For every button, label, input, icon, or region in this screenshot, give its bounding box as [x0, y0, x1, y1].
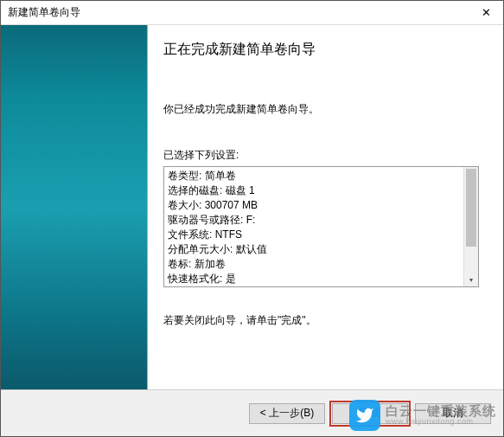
settings-list: 卷类型: 简单卷 选择的磁盘: 磁盘 1 卷大小: 300707 MB 驱动器号… — [164, 167, 463, 286]
wizard-sidebar-image — [1, 25, 148, 389]
list-item: 卷类型: 简单卷 — [168, 169, 460, 183]
window-title: 新建简单卷向导 — [8, 5, 469, 20]
page-heading: 正在完成新建简单卷向导 — [163, 41, 479, 59]
settings-listbox[interactable]: 卷类型: 简单卷 选择的磁盘: 磁盘 1 卷大小: 300707 MB 驱动器号… — [163, 166, 479, 287]
close-button[interactable]: ✕ — [469, 1, 503, 25]
list-item: 选择的磁盘: 磁盘 1 — [168, 183, 460, 198]
close-icon: ✕ — [482, 6, 491, 19]
list-item: 卷大小: 300707 MB — [168, 198, 460, 213]
scrollbar[interactable]: ▾ — [463, 167, 478, 286]
titlebar: 新建简单卷向导 ✕ — [1, 1, 503, 25]
window-body: 正在完成新建简单卷向导 你已经成功完成新建简单卷向导。 已选择下列设置: 卷类型… — [1, 25, 503, 389]
wizard-content: 正在完成新建简单卷向导 你已经成功完成新建简单卷向导。 已选择下列设置: 卷类型… — [148, 25, 503, 389]
list-item: 驱动器号或路径: F: — [168, 213, 460, 228]
list-item: 卷标: 新加卷 — [168, 257, 460, 272]
finish-button[interactable]: 完成 — [332, 403, 408, 424]
scrollbar-thumb[interactable] — [466, 169, 476, 247]
list-item: 文件系统: NTFS — [168, 228, 460, 242]
scrollbar-down-icon[interactable]: ▾ — [464, 273, 478, 286]
back-button[interactable]: < 上一步(B) — [249, 403, 325, 424]
wizard-footer: < 上一步(B) 完成 取消 白云一键重装系统 www.baiyunxitong… — [1, 389, 503, 436]
page-hint: 若要关闭此向导，请单击"完成"。 — [163, 313, 479, 328]
page-intro: 你已经成功完成新建简单卷向导。 — [163, 102, 479, 117]
cancel-button[interactable]: 取消 — [415, 403, 491, 424]
settings-label: 已选择下列设置: — [163, 148, 479, 163]
wizard-window: 新建简单卷向导 ✕ 正在完成新建简单卷向导 你已经成功完成新建简单卷向导。 已选… — [0, 0, 504, 437]
list-item: 快速格式化: 是 — [168, 272, 460, 286]
list-item: 分配单元大小: 默认值 — [168, 242, 460, 257]
